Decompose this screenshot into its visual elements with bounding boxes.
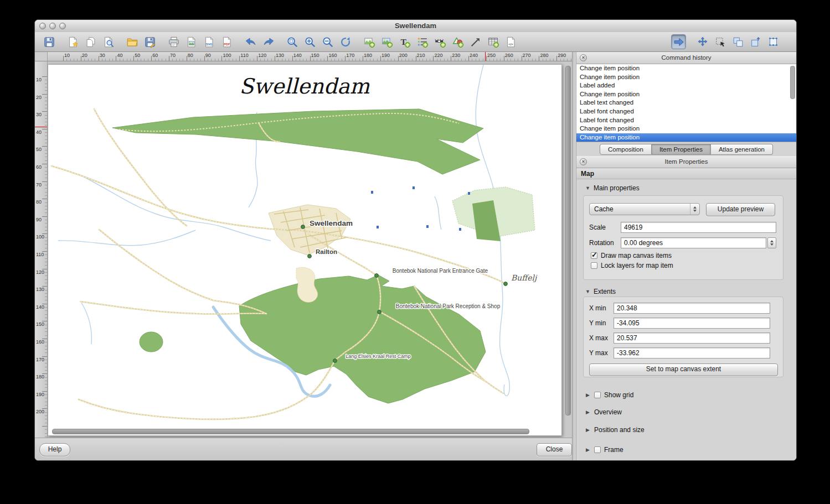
new-composer-button[interactable] (65, 34, 80, 49)
section-checkbox[interactable] (594, 392, 601, 398)
add-new-map-button[interactable] (362, 34, 377, 49)
panel-splitter[interactable] (572, 52, 576, 460)
command-history-scrollbar[interactable] (790, 66, 795, 99)
save-project-button[interactable] (42, 34, 56, 49)
undo-button[interactable] (243, 34, 258, 49)
extents-section-header[interactable]: ▼ Extents (585, 288, 616, 295)
print-button[interactable] (166, 34, 181, 49)
ymax-input[interactable] (614, 347, 770, 358)
canvas-vertical-scrollbar[interactable] (565, 66, 571, 415)
command-history-list[interactable]: Change item positionChange item position… (576, 64, 796, 142)
history-item[interactable]: Label font changed (576, 116, 796, 125)
redo-icon (262, 36, 275, 48)
map-title-label[interactable]: Swellendam (239, 74, 370, 98)
close-item-properties-icon[interactable]: × (580, 158, 587, 165)
section-checkbox[interactable] (594, 446, 601, 453)
canvas-horizontal-scrollbar[interactable] (52, 429, 529, 434)
section-position-and-size[interactable]: ▶Position and size (585, 426, 645, 434)
raise-selected-items-button[interactable] (748, 34, 763, 49)
ruler-number: 40 (36, 129, 42, 135)
history-item[interactable]: Label text changed (576, 98, 796, 107)
draw-map-canvas-items-checkbox[interactable] (591, 252, 597, 259)
composer-manager-icon (102, 36, 115, 48)
export-as-image-button[interactable] (184, 34, 199, 49)
export-as-svg-button[interactable]: SVG (202, 34, 216, 49)
zoom-full-button[interactable] (285, 34, 300, 49)
export-as-pdf-button[interactable]: PDF (219, 34, 234, 49)
zoom-out-button[interactable] (320, 34, 335, 49)
history-item[interactable]: Label font changed (576, 107, 796, 116)
disclosure-open-icon[interactable]: ▼ (585, 185, 591, 191)
titlebar[interactable]: Swellendam (35, 20, 796, 33)
disclosure-open-icon[interactable]: ▼ (585, 289, 591, 294)
help-button[interactable]: Help (39, 443, 70, 456)
redo-button[interactable] (261, 34, 276, 49)
set-to-map-canvas-extent-button[interactable]: Set to map canvas extent (589, 363, 778, 376)
move-item-content-button[interactable] (695, 34, 710, 49)
add-attribute-table-icon (487, 36, 499, 48)
add-new-legend-button[interactable] (415, 34, 430, 49)
add-image-button[interactable] (379, 34, 394, 49)
update-preview-button[interactable]: Update preview (706, 203, 775, 216)
cache-mode-select[interactable]: Cache (589, 203, 700, 215)
add-arrow-button[interactable] (468, 34, 483, 49)
group-items-button[interactable] (730, 34, 745, 49)
scale-input[interactable] (621, 222, 776, 233)
ruler-number: 120 (36, 269, 44, 275)
tab-item-properties[interactable]: Item Properties (652, 144, 711, 155)
duplicate-composer-button[interactable] (83, 34, 98, 49)
edit-nodes-item-button[interactable] (713, 34, 728, 49)
xmax-input[interactable] (614, 332, 770, 344)
composer-canvas[interactable]: Swellendam Railton Bontebok National Par… (48, 61, 572, 438)
add-basic-shape-button[interactable] (450, 34, 465, 49)
load-template-button[interactable] (125, 34, 140, 49)
select-move-item-button[interactable] (671, 34, 686, 49)
xmin-input[interactable] (614, 303, 770, 314)
ruler-number: 110 (240, 53, 248, 58)
map-label-entrance-gate: Bontebok National Park Entrance Gate (393, 268, 488, 274)
history-item[interactable]: Change item position (576, 64, 796, 73)
composer-manager-button[interactable] (101, 34, 116, 49)
section-label: Overview (594, 408, 622, 416)
ruler-number: 270 (523, 53, 531, 58)
ruler-number: 200 (36, 409, 44, 414)
item-properties-header: × Item Properties (576, 156, 796, 168)
zoom-in-button[interactable] (302, 34, 317, 49)
disclosure-closed-icon[interactable]: ▶ (585, 392, 591, 398)
map-item[interactable]: Swellendam Railton Bontebok National Par… (48, 65, 561, 435)
save-as-template-button[interactable] (142, 34, 157, 49)
section-frame[interactable]: ▶Frame (585, 446, 623, 454)
close-button[interactable]: Close (537, 443, 572, 456)
tab-atlas-generation[interactable]: Atlas generation (711, 144, 773, 155)
refresh-view-button[interactable] (338, 34, 353, 49)
composition-page[interactable]: Swellendam Railton Bontebok National Par… (48, 64, 562, 436)
disclosure-closed-icon[interactable]: ▶ (585, 447, 591, 453)
history-item[interactable]: Label added (576, 81, 796, 90)
section-show-grid[interactable]: ▶Show grid (585, 391, 633, 399)
rotation-input[interactable] (621, 237, 766, 248)
ruler-number: 240 (470, 53, 478, 58)
section-overview[interactable]: ▶Overview (585, 408, 622, 416)
history-item[interactable]: Change item position (576, 73, 796, 82)
add-html-frame-button[interactable]: </> (503, 34, 518, 49)
close-command-history-icon[interactable]: × (580, 54, 587, 61)
svg-text:PDF: PDF (224, 43, 230, 46)
raise-selected-items-icon (750, 36, 762, 48)
ruler-number: 290 (558, 53, 566, 58)
ruler-number: 160 (328, 53, 337, 58)
disclosure-closed-icon[interactable]: ▶ (585, 427, 591, 433)
rotation-spinner[interactable] (767, 237, 776, 248)
disclosure-closed-icon[interactable]: ▶ (585, 409, 591, 415)
add-attribute-table-button[interactable] (486, 34, 501, 49)
add-new-scalebar-button[interactable] (432, 34, 447, 49)
history-item[interactable]: Change item position (576, 133, 796, 142)
lock-layers-checkbox[interactable] (591, 262, 597, 269)
resize-items-button[interactable] (766, 34, 781, 49)
main-properties-section-header[interactable]: ▼ Main properties (585, 184, 640, 192)
history-item[interactable]: Change item position (576, 124, 796, 133)
ruler-number: 10 (64, 53, 70, 58)
tab-composition[interactable]: Composition (600, 144, 652, 155)
ymin-input[interactable] (614, 318, 770, 329)
history-item[interactable]: Change item position (576, 90, 796, 99)
add-new-label-button[interactable]: T (397, 34, 412, 49)
